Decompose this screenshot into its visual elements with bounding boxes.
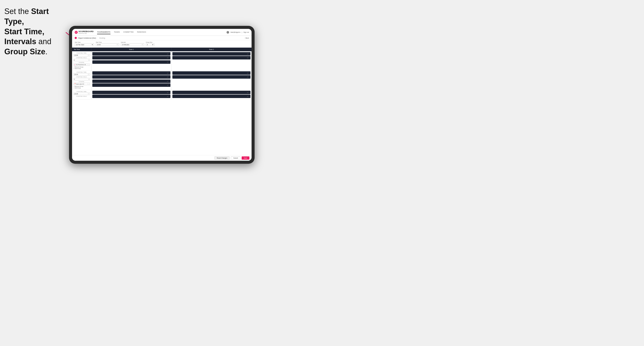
start-type-group: Start Type 1st Tee Start (75, 42, 94, 46)
instruction-bold-4: Group Size (4, 47, 45, 56)
group-2-team1: × ⋯ × ⋯ × ⋯ (92, 70, 172, 90)
sign-out-link[interactable]: Sign out (243, 31, 249, 33)
main-content[interactable]: STARTING TIME: 10:00 ⏱ STARTING HOLE: 1 … (72, 51, 252, 155)
intervals-icon: ⏱ (142, 44, 143, 45)
nav-separator: | (242, 31, 242, 33)
starting-time-label-1: STARTING TIME: (73, 52, 90, 54)
group-1-left-panel: STARTING TIME: 10:00 ⏱ STARTING HOLE: 1 … (72, 51, 92, 70)
starting-time-input-1[interactable]: 10:00 ⏱ (73, 54, 90, 56)
group-3-team2: × ⋯ × ⋯ (172, 90, 252, 99)
course-remove-1[interactable]: × (88, 64, 88, 65)
player-dots[interactable]: ⋯ (168, 57, 169, 59)
instruction-bold-3: Intervals (4, 37, 36, 46)
logo: C SCOREBOARD Powered by clipp (75, 31, 94, 34)
nav-tab-committee[interactable]: COMMITTEE (123, 30, 134, 34)
add-icon-1: + (73, 68, 74, 69)
start-type-label: Start Type (75, 42, 94, 43)
player-dots[interactable]: ⋯ (168, 84, 169, 86)
add-group-1[interactable]: + Add Group (73, 68, 90, 69)
save-button[interactable]: Save (242, 157, 250, 160)
player-dots[interactable]: ⋯ (168, 80, 169, 82)
course-remove-2[interactable]: × (88, 83, 88, 85)
course-select-2[interactable]: 📍 East Lake GC × › (73, 83, 90, 85)
intervals-label: Intervals (121, 42, 144, 43)
back-button[interactable]: ‹ Back (245, 37, 249, 39)
group-3-team1: × ⋯ × ⋯ (92, 90, 172, 99)
remove-icon-2: ○ (73, 86, 74, 87)
group-1-team1: × ⋯ × ⋯ × ⋯ (92, 51, 172, 70)
player-row: × ⋯ (172, 95, 250, 98)
group-1-team2: × ⋯ × ⋯ (172, 51, 252, 70)
player-row: × ⋯ (92, 95, 170, 98)
sub-header: Clippd Invitational (Mar) · Hosting ‹ Ba… (72, 36, 252, 40)
player-dots[interactable]: ⋯ (248, 92, 250, 93)
starting-time-input-3[interactable]: 10:20 ⏱ (73, 93, 90, 95)
footer-bar: Reset Changes Cancel Save (72, 155, 252, 161)
instruction-prefix: Set the (4, 7, 31, 16)
reset-changes-button[interactable]: Reset Changes (214, 157, 230, 160)
starting-time-label-3: STARTING TIME: (73, 91, 90, 92)
player-row: × ⋯ (172, 56, 250, 59)
col-team1: Team 1 (92, 48, 172, 51)
starting-hole-label-1: STARTING HOLE: (73, 57, 90, 58)
logo-sub: Powered by clipp (78, 33, 94, 34)
intervals-input[interactable] (122, 44, 141, 45)
player-dots[interactable]: ⋯ (248, 53, 250, 55)
group-1-actions: ○ Remove Group + Add Group (73, 66, 90, 69)
add-icon-2: + (73, 87, 74, 89)
user-avatar (226, 31, 229, 34)
cancel-button[interactable]: Cancel (231, 157, 240, 160)
player-dots[interactable]: ⋯ (248, 95, 250, 97)
nav-user: blair@clippd.io | Sign out (226, 31, 249, 34)
nav-tab-teams[interactable]: TEAMS (114, 30, 120, 34)
starting-hole-select-1[interactable]: 1 ⇅ (73, 59, 90, 61)
group-size-group: Group Size 3 (146, 42, 154, 46)
remove-icon-1: ○ (73, 66, 74, 68)
player-row: × ⋯ (92, 83, 170, 87)
add-group-2[interactable]: + Add Group (73, 87, 90, 89)
group-size-label: Group Size (146, 42, 154, 43)
starting-hole-select-2[interactable]: 1 ⇅ (73, 78, 90, 80)
controls-bar: Start Type 1st Tee Start Start Time ⏱ In… (72, 40, 252, 48)
time-icon-3: ⏱ (88, 93, 89, 95)
group-2-extra-rows: × ⋯ × ⋯ (92, 79, 170, 87)
nav-tab-rankings[interactable]: RANKINGS (137, 30, 146, 34)
player-row: × ⋯ (92, 79, 170, 83)
nav-bar: C SCOREBOARD Powered by clipp TOURNAMENT… (72, 29, 252, 36)
logo-text: SCOREBOARD (78, 31, 94, 32)
player-dots[interactable]: ⋯ (168, 76, 169, 78)
player-dots[interactable]: ⋯ (168, 61, 169, 63)
player-dots[interactable]: ⋯ (248, 72, 250, 74)
remove-group-1[interactable]: ○ Remove Group (73, 66, 90, 68)
start-time-group: Start Time ⏱ (96, 42, 119, 46)
group-2-actions: ○ Remove Group + Add Group (73, 86, 90, 89)
start-time-input[interactable] (97, 44, 116, 45)
player-dots[interactable]: ⋯ (168, 53, 169, 55)
clock-icon: ⏱ (116, 44, 118, 45)
tablet-screen: C SCOREBOARD Powered by clipp TOURNAMENT… (72, 29, 252, 161)
starting-time-input-2[interactable]: 10:10 ⏱ (73, 73, 90, 76)
player-dots[interactable]: ⋯ (168, 95, 169, 97)
player-row: × ⋯ (172, 75, 250, 79)
player-dots[interactable]: ⋯ (248, 76, 250, 78)
course-select-1[interactable]: ▲ (A) Peachtree GC × › (73, 64, 90, 66)
instruction-connector: and (36, 37, 51, 46)
tournament-title: Clippd Invitational (Mar) · Hosting (78, 37, 245, 39)
player-row: × ⋯ (92, 75, 170, 79)
tablet-frame: C SCOREBOARD Powered by clipp TOURNAMENT… (69, 26, 254, 164)
player-dots[interactable]: ⋯ (248, 57, 250, 59)
group-2-left-panel: STARTING TIME: 10:10 ⏱ STARTING HOLE: 1 … (72, 70, 92, 90)
course-expand-2[interactable]: › (89, 83, 89, 85)
player-dots[interactable]: ⋯ (168, 72, 169, 74)
start-type-select[interactable]: 1st Tee Start (75, 43, 94, 46)
nav-tab-tournaments[interactable]: TOURNAMENTS (97, 30, 110, 34)
hole-arrows-2: ⇅ (88, 78, 89, 80)
col-tee-time: Tee Time (72, 48, 92, 51)
col-team2: Team 2 (172, 48, 252, 51)
player-dots[interactable]: ⋯ (168, 92, 169, 93)
remove-group-2[interactable]: ○ Remove Group (73, 86, 90, 87)
group-1: STARTING TIME: 10:00 ⏱ STARTING HOLE: 1 … (72, 51, 252, 70)
group-size-select[interactable]: 3 (146, 43, 154, 46)
table-header: Tee Time Team 1 Team 2 (72, 48, 252, 51)
course-expand-1[interactable]: › (89, 64, 89, 65)
